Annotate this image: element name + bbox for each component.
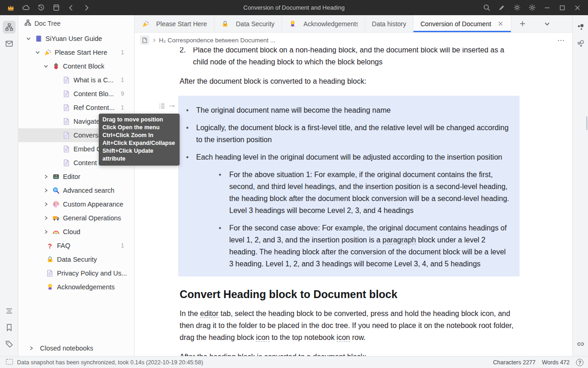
tooltip-line: Ctrl+Click Zoom In (102, 132, 176, 139)
doc-tree-item[interactable]: General Operations (18, 211, 134, 225)
tree-toggle-right-icon[interactable] (42, 228, 50, 236)
tab-active[interactable]: Conversion of Document and Heading (413, 15, 511, 32)
doc-icon (62, 118, 70, 126)
list-item[interactable]: For the second case above: For example, … (214, 217, 510, 270)
close-icon[interactable] (572, 3, 582, 13)
graph-dock-icon[interactable] (574, 21, 587, 34)
paragraph[interactable]: In the editor tab, select the heading bl… (180, 308, 520, 344)
help-icon[interactable]: ? (576, 359, 583, 366)
tab-close-icon[interactable] (497, 20, 504, 28)
list-number: 2. (180, 47, 193, 68)
middle-area: Doc Tree SiYuan User GuidePlease Start H… (0, 15, 588, 356)
gutter-tooltip: Drag to move positionClick Open the menu… (99, 114, 180, 166)
party-icon (141, 20, 149, 28)
tab-list-chevron-icon[interactable] (542, 18, 553, 29)
doc-tree-item[interactable]: Acknowledgements (18, 280, 134, 294)
closed-notebooks-row[interactable]: Closed notebooks (18, 340, 134, 356)
list-gutter-icon[interactable] (158, 101, 165, 113)
minimize-icon[interactable] (542, 3, 552, 13)
cloud-sync-icon[interactable] (21, 3, 31, 13)
doc-tree-item[interactable]: Data Security (18, 253, 134, 266)
heading-2[interactable]: Convert Heading block to Document block (180, 288, 529, 300)
title-bar: Conversion of Document and Heading (0, 0, 588, 15)
list-item[interactable]: The original document name will become t… (178, 99, 520, 116)
tree-toggle-right-icon[interactable] (42, 173, 50, 180)
tree-item-label: Advanced search (63, 187, 114, 194)
doc-tree-item[interactable]: What is a C...1 (18, 73, 134, 87)
tab-0[interactable]: Please Start Here (135, 15, 215, 32)
forward-icon[interactable] (81, 3, 91, 13)
tree-item-count: 1 (121, 77, 134, 83)
block-ref[interactable]: icon (256, 334, 269, 342)
tab-2[interactable]: Acknowledgements (282, 15, 365, 32)
doc-tree-item[interactable]: Cloud (18, 225, 134, 239)
tree-toggle-down-icon[interactable] (42, 63, 50, 70)
global-graph-dock-icon[interactable] (574, 37, 587, 50)
document-icon[interactable] (140, 35, 149, 45)
back-icon[interactable] (66, 3, 76, 13)
tree-item-label: Editor (63, 173, 80, 180)
block-ref[interactable]: icon (337, 334, 350, 342)
backlink-dock-icon[interactable] (574, 338, 587, 351)
tree-item-count: 1 (121, 49, 134, 56)
left-dock (0, 15, 18, 356)
workspace-icon[interactable] (51, 3, 61, 13)
maximize-icon[interactable] (557, 3, 567, 13)
list-item[interactable]: For the above situation 1: For example, … (214, 163, 510, 217)
selected-block-highlight[interactable]: The original document name will become t… (178, 96, 520, 276)
tree-toggle-right-icon[interactable] (42, 214, 50, 222)
list-item[interactable]: Logically, the document block is a first… (178, 116, 520, 146)
tree-toggle-down-icon[interactable] (25, 35, 32, 42)
doc-tree-item[interactable]: Content Block (18, 59, 134, 73)
chevron-right-icon (28, 345, 35, 352)
doc-icon (62, 104, 70, 112)
text-segment: The original document name will become t… (196, 106, 390, 114)
list-item-gutter-icon[interactable] (169, 101, 175, 113)
tree-toggle-right-icon[interactable] (42, 187, 50, 194)
party-icon (44, 49, 51, 57)
paragraph[interactable]: After the document block is converted to… (180, 75, 520, 87)
paragraph[interactable]: After the heading block is converted to … (180, 351, 520, 356)
doc-tree-item[interactable]: Editor (18, 170, 134, 184)
tab-1[interactable]: Data Security (215, 15, 282, 32)
titlebar-right-group (476, 3, 588, 13)
doc-tree-item[interactable]: SiYuan User Guide (18, 32, 134, 46)
history-icon[interactable] (36, 3, 46, 13)
crown-icon[interactable] (6, 3, 16, 13)
doc-tree-item[interactable]: ?FAQ1 (18, 239, 134, 253)
doc-tree-item[interactable]: Advanced search (18, 184, 134, 197)
bookmark-dock-icon[interactable] (3, 321, 16, 334)
edit-icon[interactable] (497, 3, 507, 13)
breadcrumb-item[interactable]: H₂ Correspondence between Document ... (159, 37, 276, 44)
more-icon[interactable]: ⋯ (557, 36, 567, 45)
doc-tree-item[interactable]: Content Blo...9 (18, 87, 134, 101)
block-ref[interactable]: editor (200, 310, 218, 318)
doc-tree-item[interactable]: Please Start Here1 (18, 46, 134, 59)
tab-3[interactable]: Data history (365, 15, 414, 32)
ordered-list-item[interactable]: 2.Place the document block on a non-head… (180, 47, 520, 68)
doc-tree-dock-icon[interactable] (3, 21, 16, 34)
doc-tree-item[interactable]: Custom Appearance (18, 197, 134, 211)
doc-icon (62, 145, 70, 153)
closed-notebooks-label: Closed notebooks (40, 345, 93, 352)
tooltip-line: Drag to move position (102, 116, 176, 124)
outline-dock-icon[interactable] (3, 305, 16, 317)
inbox-dock-icon[interactable] (3, 37, 16, 50)
settings-icon[interactable] (527, 3, 537, 13)
doc-tree-item[interactable]: Ref Content...1 (18, 101, 134, 115)
doc-icon (62, 90, 70, 98)
search-icon[interactable] (481, 3, 492, 13)
scrollbar-thumb[interactable] (586, 116, 588, 130)
tag-dock-icon[interactable] (3, 338, 16, 351)
text-segment: In the (180, 310, 200, 317)
list-item[interactable]: Each heading level in the original docum… (178, 146, 520, 270)
doc-tree-item[interactable]: Privacy Policy and Us... (18, 266, 134, 280)
block-ref[interactable]: paragraph (383, 236, 416, 244)
tree-item-label: Please Start Here (55, 49, 107, 56)
new-tab-icon[interactable] (517, 18, 528, 29)
editor[interactable]: 2.Place the document block on a non-head… (135, 47, 572, 356)
tree-toggle-right-icon[interactable] (42, 201, 50, 208)
doc-tree-header: Doc Tree (18, 15, 134, 32)
tree-toggle-down-icon[interactable] (34, 49, 41, 56)
theme-icon[interactable] (512, 3, 522, 13)
